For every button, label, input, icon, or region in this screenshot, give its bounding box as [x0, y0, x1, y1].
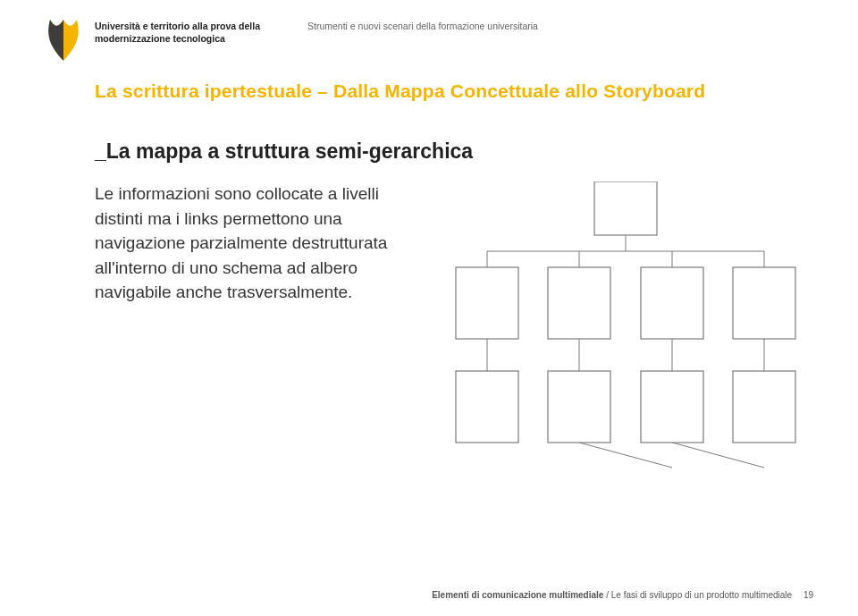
svg-rect-20 — [733, 371, 795, 443]
tree-diagram — [438, 181, 813, 498]
svg-rect-14 — [548, 267, 610, 339]
footer: Elementi di comunicazione multimediale /… — [432, 590, 813, 600]
svg-rect-17 — [456, 371, 518, 443]
content-row: Le informazioni sono collocate a livelli… — [95, 181, 813, 498]
svg-rect-16 — [733, 267, 795, 339]
page-subtitle: _La mappa a struttura semi-gerarchica — [95, 139, 813, 164]
svg-line-11 — [579, 443, 672, 468]
body-paragraph: Le informazioni sono collocate a livelli… — [95, 181, 411, 305]
page-number: 19 — [803, 590, 813, 600]
svg-line-10 — [672, 443, 764, 468]
svg-rect-12 — [594, 181, 657, 235]
header: Università e territorio alla prova della… — [45, 18, 813, 66]
header-left: Università e territorio alla prova della… — [95, 20, 282, 45]
header-left-line2: modernizzazione tecnologica — [95, 33, 225, 44]
svg-rect-18 — [548, 371, 610, 443]
footer-bold: Elementi di comunicazione multimediale — [432, 590, 603, 600]
header-text-group: Università e territorio alla prova della… — [95, 18, 538, 45]
svg-rect-13 — [456, 267, 518, 339]
header-left-line1: Università e territorio alla prova della — [95, 21, 260, 31]
slide-page: Università e territorio alla prova della… — [0, 0, 858, 616]
footer-rest: / Le fasi di sviluppo di un prodotto mul… — [603, 590, 792, 600]
page-title: La scrittura ipertestuale – Dalla Mappa … — [95, 80, 813, 102]
svg-rect-19 — [641, 371, 703, 443]
logo-icon — [45, 18, 82, 66]
svg-rect-15 — [641, 267, 703, 339]
header-right: Strumenti e nuovi scenari della formazio… — [307, 20, 538, 31]
